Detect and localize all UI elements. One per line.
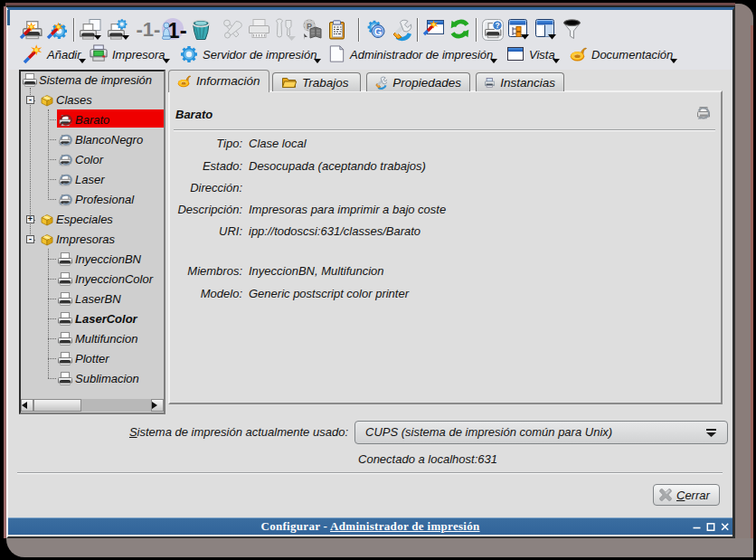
svg-text:G: G bbox=[374, 26, 383, 37]
svg-text:?: ? bbox=[495, 21, 499, 30]
svg-text:-1-: -1- bbox=[137, 18, 161, 41]
